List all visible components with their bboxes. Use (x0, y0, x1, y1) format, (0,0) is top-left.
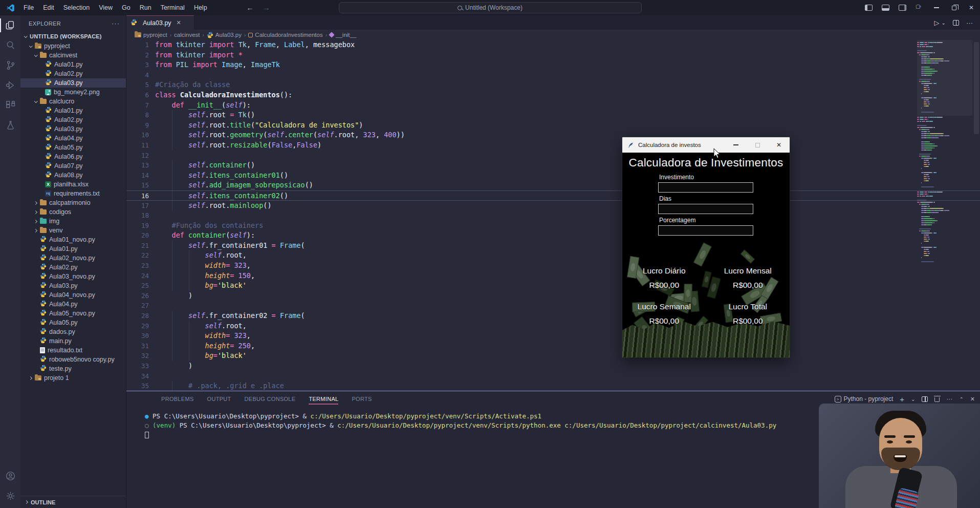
tree-item-aula03-novo-py[interactable]: Aula03_novo.py (20, 272, 126, 281)
code-line-30[interactable]: 30 width= 323, (126, 331, 980, 341)
tree-item-aula08-py[interactable]: Aula08.py (20, 171, 126, 180)
tk-titlebar[interactable]: Calculadora de investos ✕ (622, 137, 790, 153)
code-line-25[interactable]: 25 bg='black' (126, 281, 980, 291)
code-line-7[interactable]: 7 def __init__(self): (126, 100, 980, 111)
tree-item-aula05-py[interactable]: Aula05.py (20, 143, 126, 152)
run-button[interactable]: ▷ (934, 19, 940, 27)
code-line-19[interactable]: 19 #Função dos containers (126, 221, 980, 231)
code-line-3[interactable]: 3from PIL import Image, ImageTk (126, 60, 980, 70)
tree-item-aula04-novo-py[interactable]: Aula04_novo.py (20, 290, 126, 300)
breadcrumb-calculadorainvestimentos[interactable]: CalculadoraInvestimentos (248, 32, 322, 38)
toggle-panel-icon[interactable] (882, 5, 889, 11)
panel-more-icon[interactable]: ··· (946, 395, 952, 403)
account-icon[interactable] (0, 466, 20, 486)
tree-item-aula01-py[interactable]: Aula01.py (20, 244, 126, 253)
tree-item-teste-py[interactable]: teste.py (20, 364, 126, 373)
code-editor[interactable]: 1from tkinter import Tk, Frame, Label, m… (126, 40, 980, 391)
menu-terminal[interactable]: Terminal (156, 0, 189, 15)
menu-selection[interactable]: Selection (59, 0, 94, 15)
close-panel-icon[interactable]: ✕ (970, 396, 975, 403)
panel-tab-terminal[interactable]: TERMINAL (309, 391, 338, 407)
code-line-4[interactable]: 4 (126, 70, 980, 80)
menu-go[interactable]: Go (117, 0, 135, 15)
menu-file[interactable]: File (19, 0, 38, 15)
code-line-9[interactable]: 9 self.root.title("Calculadora de invest… (126, 120, 980, 131)
tree-item-calcinvest[interactable]: calcinvest (20, 51, 126, 60)
forward-arrow-icon[interactable]: → (263, 4, 270, 12)
terminal-dropdown-icon[interactable]: ⌄ (911, 396, 915, 402)
source-control-icon[interactable] (0, 55, 20, 75)
tk-maximize-button[interactable] (747, 137, 768, 153)
breadcrumb-calcinvest[interactable]: calcinvest (174, 32, 200, 38)
extensions-icon[interactable] (0, 95, 20, 115)
code-line-1[interactable]: 1from tkinter import Tk, Frame, Label, m… (126, 40, 980, 50)
tree-item-aula01-py[interactable]: Aula01.py (20, 60, 126, 69)
code-line-22[interactable]: 22 self.root, (126, 250, 980, 261)
tk-entry-porcentagem[interactable] (658, 225, 753, 236)
tree-item-planilha-xlsx[interactable]: Xplanilha.xlsx (20, 180, 126, 189)
code-line-16[interactable]: 16 self.itens_container02() (126, 190, 980, 201)
code-line-20[interactable]: 20 def container(self): (126, 230, 980, 241)
tree-item-aula05-novo-py[interactable]: Aula05_novo.py (20, 309, 126, 318)
code-line-29[interactable]: 29 self.root, (126, 321, 980, 331)
kill-terminal-icon[interactable] (934, 397, 940, 402)
tree-item-pyproject[interactable]: pyproject (20, 41, 126, 51)
editor-more-icon[interactable]: ··· (966, 19, 973, 27)
workspace-root-row[interactable]: UNTITLED (WORKSPACE) (20, 31, 126, 41)
tree-item-aula04-py[interactable]: Aula04.py (20, 134, 126, 143)
code-line-14[interactable]: 14 self.itens_container01() (126, 171, 980, 181)
breadcrumb-aula03-py[interactable]: Aula03.py (207, 32, 242, 38)
tab-aula03[interactable]: Aula03.py ✕ (126, 15, 194, 30)
tree-item-aula03-py[interactable]: Aula03.py (20, 124, 126, 134)
breadcrumb-pyproject[interactable]: pyproject (135, 32, 167, 38)
code-line-12[interactable]: 12 (126, 151, 980, 161)
tree-item-requirements-txt[interactable]: rqrequirements.txt (20, 189, 126, 198)
panel-tab-ports[interactable]: PORTS (352, 391, 372, 407)
maximize-panel-icon[interactable]: ⌃ (959, 396, 963, 402)
panel-tab-debug-console[interactable]: DEBUG CONSOLE (245, 391, 296, 407)
run-and-debug-icon[interactable] (0, 75, 20, 95)
code-line-35[interactable]: 35 # .pack, .grid e .place (126, 381, 980, 391)
tree-item-aula02-py[interactable]: Aula02.py (20, 263, 126, 272)
tree-item-aula03-py[interactable]: Aula03.py (20, 78, 126, 88)
code-line-33[interactable]: 33 ) (126, 361, 980, 371)
outline-section[interactable]: OUTLINE (20, 496, 126, 508)
split-editor-icon[interactable] (953, 20, 959, 26)
tree-item-aula07-py[interactable]: Aula07.py (20, 161, 126, 171)
customize-layout-icon[interactable] (916, 5, 923, 11)
code-line-2[interactable]: 2from tkinter import * (126, 50, 980, 60)
code-line-26[interactable]: 26 ) (126, 291, 980, 301)
tree-item-calclucro[interactable]: calclucro (20, 97, 126, 106)
code-line-28[interactable]: 28 self.fr_container02 = Frame( (126, 311, 980, 321)
tree-item-aula04-py[interactable]: Aula04.py (20, 300, 126, 309)
code-line-23[interactable]: 23 width= 323, (126, 261, 980, 271)
code-line-5[interactable]: 5#Criação da classe (126, 80, 980, 90)
code-line-17[interactable]: 17 self.root.mainloop() (126, 201, 980, 211)
menu-edit[interactable]: Edit (38, 0, 59, 15)
menu-view[interactable]: View (94, 0, 117, 15)
tree-item-aula02-py[interactable]: Aula02.py (20, 69, 126, 78)
tk-entry-investimento[interactable] (658, 182, 753, 193)
new-terminal-icon[interactable]: + (900, 395, 904, 404)
tree-item-resultado-txt[interactable]: resultado.txt (20, 346, 126, 355)
code-line-31[interactable]: 31 height= 250, (126, 341, 980, 351)
editor-scrollbar[interactable] (974, 42, 979, 134)
tree-item-aula05-py[interactable]: Aula05.py (20, 318, 126, 327)
tree-item-aula01-novo-py[interactable]: Aula01_novo.py (20, 235, 126, 244)
tree-item-img[interactable]: img (20, 217, 126, 226)
tree-item-dados-py[interactable]: dados.py (20, 327, 126, 336)
explorer-icon[interactable] (0, 15, 20, 35)
close-tab-icon[interactable]: ✕ (177, 19, 181, 26)
code-line-21[interactable]: 21 self.fr_container01 = Frame( (126, 241, 980, 251)
back-arrow-icon[interactable]: ← (247, 4, 254, 12)
run-dropdown-icon[interactable]: ⌄ (942, 20, 946, 26)
tree-item-main-py[interactable]: main.py (20, 336, 126, 346)
close-button[interactable]: ✕ (963, 0, 980, 15)
code-line-6[interactable]: 6class CalculadoraInvestimentos(): (126, 90, 980, 100)
minimap[interactable] (917, 42, 972, 391)
tk-minimize-button[interactable] (725, 137, 747, 153)
tree-item-aula03-py[interactable]: Aula03.py (20, 281, 126, 290)
code-line-18[interactable]: 18 (126, 210, 980, 221)
tree-item-calcpatrimonio[interactable]: calcpatrimonio (20, 198, 126, 207)
tree-item-aula06-py[interactable]: Aula06.py (20, 152, 126, 161)
